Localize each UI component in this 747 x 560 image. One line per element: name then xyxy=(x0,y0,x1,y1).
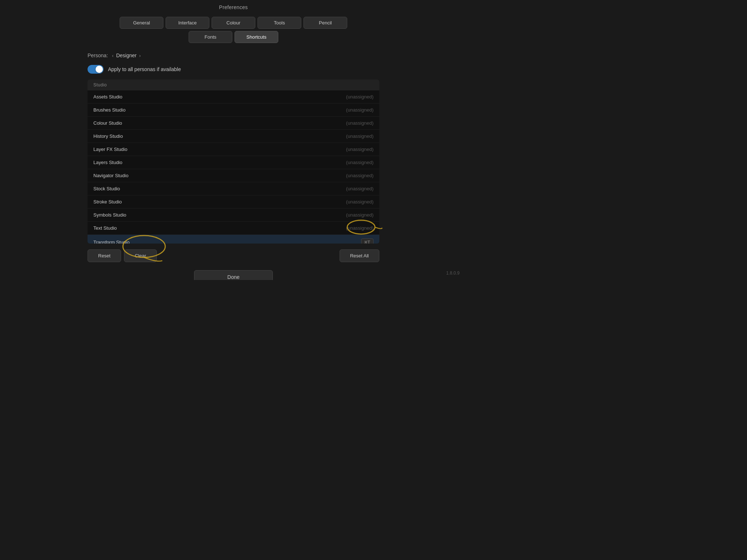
shortcut-item-name: Transform Studio xyxy=(93,240,129,244)
tabs-row-1: General Interface Colour Tools Pencil xyxy=(120,17,347,29)
shortcut-item-name: Stroke Studio xyxy=(93,199,122,205)
apply-all-personas-toggle[interactable] xyxy=(88,65,104,74)
tab-fonts[interactable]: Fonts xyxy=(189,31,232,43)
reset-all-button[interactable]: Reset All xyxy=(340,249,379,262)
reset-button[interactable]: Reset xyxy=(88,249,121,262)
shortcut-item-name: Brushes Studio xyxy=(93,107,125,113)
shortcut-item-name: Assets Studio xyxy=(93,94,123,100)
tabs-row-2: Fonts Shortcuts xyxy=(189,31,278,43)
shortcut-list: Assets Studio(unassigned)Brushes Studio(… xyxy=(88,90,379,244)
bottom-actions: Reset Clear Reset All xyxy=(0,245,467,267)
shortcut-item-key: (unassigned) xyxy=(346,225,374,231)
toggle-row: Apply to all personas if available xyxy=(0,62,467,77)
shortcut-item-key: (unassigned) xyxy=(346,120,374,126)
shortcut-item[interactable]: Layer FX Studio(unassigned) xyxy=(88,143,379,156)
tab-tools[interactable]: Tools xyxy=(258,17,301,29)
shortcut-item-name: Symbols Studio xyxy=(93,212,126,218)
shortcut-item-name: Layers Studio xyxy=(93,160,123,165)
tab-interface[interactable]: Interface xyxy=(166,17,209,29)
persona-next-arrow[interactable]: › xyxy=(138,53,142,58)
shortcut-item[interactable]: Navigator Studio(unassigned) xyxy=(88,169,379,182)
shortcut-item-key: (unassigned) xyxy=(346,147,374,152)
persona-name: Designer xyxy=(116,52,136,58)
shortcut-item-key: (unassigned) xyxy=(346,212,374,218)
version-label: 1.8.0.9 xyxy=(446,271,460,276)
clear-button[interactable]: Clear xyxy=(124,249,157,262)
persona-row: Persona: ‹ Designer › xyxy=(0,49,467,62)
shortcut-item-name: Stock Studio xyxy=(93,186,120,191)
shortcut-item[interactable]: Brushes Studio(unassigned) xyxy=(88,104,379,117)
shortcut-item[interactable]: Transform Studio⌘T xyxy=(88,235,379,244)
shortcut-item-name: History Studio xyxy=(93,133,123,139)
persona-prev-arrow[interactable]: ‹ xyxy=(111,53,115,58)
shortcut-item[interactable]: Colour Studio(unassigned) xyxy=(88,117,379,130)
shortcut-item[interactable]: Stock Studio(unassigned) xyxy=(88,182,379,195)
shortcut-item-name: Layer FX Studio xyxy=(93,147,127,152)
shortcut-item-key: (unassigned) xyxy=(346,173,374,178)
bottom-left-buttons: Reset Clear xyxy=(88,249,157,262)
tab-pencil[interactable]: Pencil xyxy=(303,17,347,29)
shortcut-item-key: ⌘T xyxy=(361,238,374,244)
tab-colour[interactable]: Colour xyxy=(212,17,255,29)
window-title: Preferences xyxy=(0,0,467,14)
toggle-label: Apply to all personas if available xyxy=(108,66,181,72)
shortcut-item-key: (unassigned) xyxy=(346,133,374,139)
section-header-studio: Studio xyxy=(88,79,379,90)
shortcut-item[interactable]: Stroke Studio(unassigned) xyxy=(88,195,379,209)
shortcut-item-name: Text Studio xyxy=(93,225,117,231)
persona-label: Persona: xyxy=(88,52,108,58)
shortcut-item-name: Colour Studio xyxy=(93,120,122,126)
shortcut-item-key: (unassigned) xyxy=(346,107,374,113)
shortcut-item-key: (unassigned) xyxy=(346,199,374,205)
tab-shortcuts[interactable]: Shortcuts xyxy=(235,31,278,43)
shortcut-item-name: Navigator Studio xyxy=(93,173,128,178)
shortcut-item-key: (unassigned) xyxy=(346,160,374,165)
persona-nav: ‹ Designer › xyxy=(111,52,142,58)
done-row: Done xyxy=(0,267,467,280)
shortcut-item[interactable]: History Studio(unassigned) xyxy=(88,130,379,143)
shortcuts-panel: Studio Assets Studio(unassigned)Brushes … xyxy=(88,79,379,244)
toggle-knob xyxy=(96,66,103,73)
shortcut-item-key: (unassigned) xyxy=(346,186,374,191)
shortcut-item-key: (unassigned) xyxy=(346,94,374,100)
done-button[interactable]: Done xyxy=(194,270,272,280)
shortcut-item[interactable]: Assets Studio(unassigned) xyxy=(88,90,379,104)
shortcut-item[interactable]: Symbols Studio(unassigned) xyxy=(88,209,379,222)
shortcut-item[interactable]: Layers Studio(unassigned) xyxy=(88,156,379,169)
tabs-container: General Interface Colour Tools Pencil Fo… xyxy=(0,14,467,49)
shortcut-item[interactable]: Text Studio(unassigned) xyxy=(88,222,379,235)
tab-general[interactable]: General xyxy=(120,17,163,29)
